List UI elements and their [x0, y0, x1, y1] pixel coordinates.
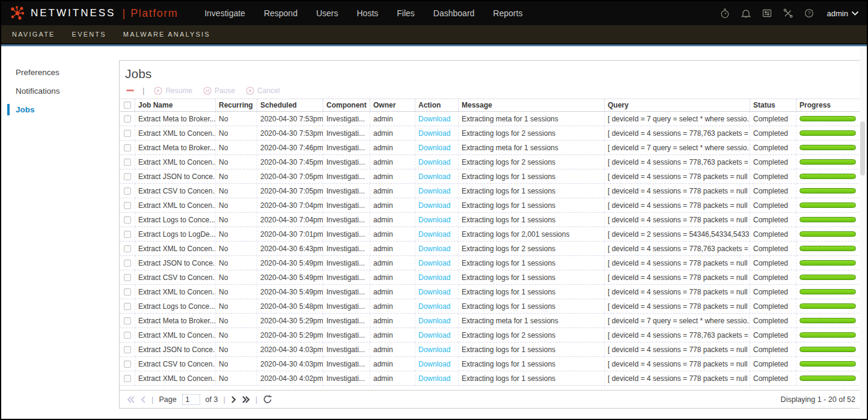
previous-page-icon[interactable] — [141, 396, 146, 403]
sidebar-item-notifications[interactable]: Notifications — [1, 82, 119, 100]
row-checkbox[interactable] — [124, 288, 131, 296]
row-checkbox[interactable] — [124, 144, 131, 151]
table-row[interactable]: Extract Meta to Broker... No 2020-04-30 … — [120, 141, 861, 155]
download-link[interactable]: Download — [418, 144, 450, 152]
download-link[interactable]: Download — [418, 172, 450, 181]
download-link[interactable]: Download — [418, 273, 450, 282]
sidebar-item-preferences[interactable]: Preferences — [1, 63, 119, 82]
column-header[interactable]: Component — [323, 99, 370, 111]
row-checkbox[interactable] — [124, 159, 131, 166]
row-checkbox[interactable] — [124, 317, 131, 324]
row-checkbox[interactable] — [124, 260, 131, 267]
last-page-icon[interactable] — [242, 396, 250, 403]
download-link[interactable]: Download — [418, 187, 450, 195]
table-row[interactable]: Extract JSON to Conce... No 2020-04-30 5… — [120, 256, 861, 270]
download-link[interactable]: Download — [418, 216, 450, 224]
table-row[interactable]: Extract Logs to LogDe... No 2020-04-30 7… — [120, 227, 861, 242]
row-checkbox[interactable] — [124, 274, 131, 281]
subnav-item[interactable]: MALWARE ANALYSIS — [123, 31, 210, 38]
vertical-scrollbar[interactable] — [860, 47, 866, 418]
column-header[interactable]: Progress — [796, 99, 861, 111]
subnav-item[interactable]: NAVIGATE — [12, 31, 55, 38]
table-row[interactable]: Extract Meta to Broker... No 2020-04-30 … — [120, 112, 861, 126]
column-header[interactable]: Message — [459, 99, 605, 111]
download-link[interactable]: Download — [418, 115, 450, 123]
row-checkbox[interactable] — [124, 346, 131, 353]
column-header[interactable]: Scheduled — [257, 99, 323, 111]
row-checkbox[interactable] — [124, 332, 131, 339]
download-link[interactable]: Download — [418, 345, 450, 354]
nav-item[interactable]: Respond — [264, 8, 298, 18]
page-input[interactable] — [182, 394, 200, 405]
cancel-button[interactable]: Cancel — [243, 87, 282, 95]
pause-button[interactable]: Pause — [201, 87, 237, 95]
row-checkbox[interactable] — [124, 245, 131, 252]
download-link[interactable]: Download — [418, 374, 450, 383]
next-page-icon[interactable] — [231, 396, 236, 403]
nav-item[interactable]: Hosts — [357, 8, 379, 18]
row-checkbox[interactable] — [124, 187, 131, 195]
table-row[interactable]: Extract Logs to Conce... No 2020-04-30 7… — [120, 213, 861, 227]
column-header[interactable]: Action — [415, 99, 459, 111]
sidebar-item-jobs[interactable]: Jobs — [1, 100, 119, 119]
nav-item[interactable]: Investigate — [204, 8, 245, 18]
table-row[interactable]: Extract XML to Concen... No 2020-04-30 6… — [120, 242, 861, 256]
table-row[interactable]: Extract XML to Concen... No 2020-04-30 4… — [120, 371, 861, 386]
row-checkbox[interactable] — [124, 216, 131, 224]
download-link[interactable]: Download — [418, 230, 450, 239]
row-checkbox[interactable] — [124, 202, 131, 209]
table-row[interactable]: Extract XML to Concen... No 2020-04-30 5… — [120, 285, 861, 299]
table-row[interactable]: Extract CSV to Concen... No 2020-04-30 4… — [120, 357, 861, 371]
nav-item[interactable]: Dashboard — [433, 8, 475, 18]
download-link[interactable]: Download — [418, 360, 450, 368]
nav-item[interactable]: Reports — [493, 8, 522, 18]
row-checkbox[interactable] — [124, 173, 131, 180]
row-checkbox[interactable] — [124, 231, 131, 238]
resume-button[interactable]: Resume — [151, 87, 195, 95]
download-link[interactable]: Download — [418, 201, 450, 210]
table-row[interactable]: Extract CSV to Concen... No 2020-04-30 7… — [120, 184, 861, 198]
table-row[interactable]: Extract XML to Concen... No 2020-04-30 5… — [120, 328, 861, 342]
remove-job-icon[interactable] — [126, 87, 135, 95]
tools-icon[interactable] — [783, 8, 793, 19]
download-link[interactable]: Download — [418, 331, 450, 339]
select-all-checkbox[interactable] — [124, 102, 131, 109]
download-link[interactable]: Download — [418, 129, 450, 138]
first-page-icon[interactable] — [127, 396, 135, 403]
table-row[interactable]: Extract XML to Concen... No 2020-04-30 7… — [120, 198, 861, 213]
download-link[interactable]: Download — [418, 302, 450, 311]
column-header[interactable]: Status — [750, 99, 796, 111]
column-header[interactable]: Recurring — [216, 99, 257, 111]
column-header[interactable]: Owner — [370, 99, 415, 111]
table-row[interactable]: Extract CSV to Concen... No 2020-04-30 5… — [120, 270, 861, 285]
help-icon[interactable]: ? — [804, 8, 815, 19]
download-link[interactable]: Download — [418, 288, 450, 296]
table-row[interactable]: Extract Meta to Broker... No 2020-04-30 … — [120, 314, 861, 328]
nav-item[interactable]: Files — [397, 8, 415, 18]
table-row[interactable]: Extract JSON to Conce... No 2020-04-30 4… — [120, 342, 861, 357]
row-checkbox[interactable] — [124, 303, 131, 310]
stopwatch-icon[interactable] — [720, 8, 730, 19]
preferences-panel-icon[interactable] — [762, 8, 772, 19]
row-checkbox[interactable] — [124, 375, 131, 382]
table-row[interactable]: Extract Logs to Conce... No 2020-04-30 5… — [120, 299, 861, 314]
row-checkbox[interactable] — [124, 361, 131, 368]
nav-item[interactable]: Users — [316, 8, 338, 18]
table-row[interactable]: Extract XML to Concen... No 2020-04-30 7… — [120, 126, 861, 141]
download-link[interactable]: Download — [418, 245, 450, 253]
scrollbar-thumb[interactable] — [860, 121, 865, 175]
refresh-icon[interactable] — [263, 395, 272, 404]
brand-logo[interactable]: NETWITNESS | Platform — [10, 5, 178, 21]
table-row[interactable]: Extract XML to Concen... No 2020-04-30 7… — [120, 155, 861, 169]
row-checkbox[interactable] — [124, 130, 131, 137]
column-header[interactable]: Query — [605, 99, 750, 111]
download-link[interactable]: Download — [418, 259, 450, 267]
column-header[interactable]: Job Name — [135, 99, 216, 111]
user-menu[interactable]: admin — [827, 9, 858, 18]
download-link[interactable]: Download — [418, 317, 450, 325]
subnav-item[interactable]: EVENTS — [72, 31, 106, 38]
row-checkbox[interactable] — [124, 115, 131, 123]
bell-icon[interactable] — [741, 8, 751, 19]
table-row[interactable]: Extract JSON to Conce... No 2020-04-30 7… — [120, 169, 861, 184]
download-link[interactable]: Download — [418, 158, 450, 166]
